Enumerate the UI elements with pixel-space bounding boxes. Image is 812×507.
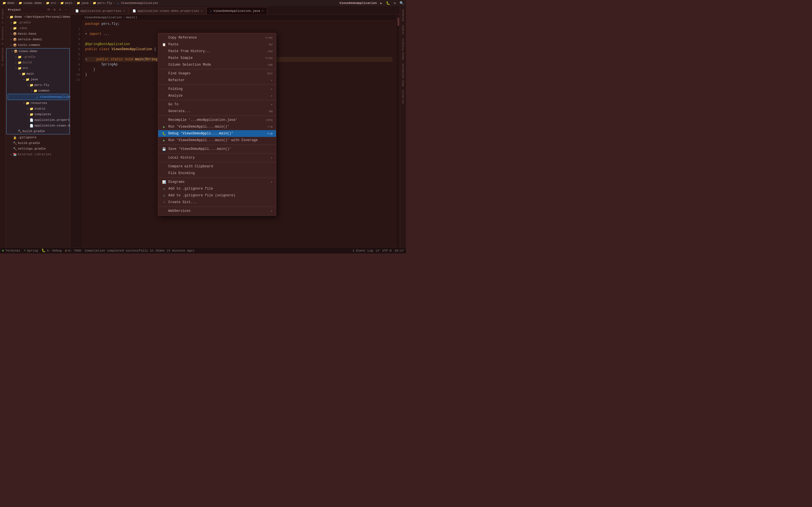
breadcrumb-pers-fly[interactable]: 📁 pers.fly xyxy=(93,1,112,5)
tab-close-1[interactable]: × xyxy=(123,9,125,13)
sidebar-tab-gradle[interactable]: Gradle xyxy=(401,23,405,36)
settings-button[interactable]: ⚙ xyxy=(393,1,397,5)
tab-views-demo-app[interactable]: ☕ ViewsDemoApplication.java × xyxy=(206,7,267,14)
menu-item-generate[interactable]: Generate... ⌘N xyxy=(158,108,276,115)
tree-item-build-gradle-views[interactable]: 🔨 build.gradle xyxy=(6,128,69,134)
run-button[interactable]: ▶ xyxy=(379,1,384,5)
tree-item-static[interactable]: 📁 static xyxy=(6,106,69,112)
gear-icon[interactable]: ≡ xyxy=(58,8,62,12)
resources-arrow xyxy=(22,101,26,105)
tree-item-gitignore[interactable]: 🔒 .gitignore xyxy=(6,135,70,140)
breadcrumb-main[interactable]: 📁 main xyxy=(60,1,72,5)
tab-prop-icon-1: 📄 xyxy=(75,9,79,13)
tree-item-resources[interactable]: 📁 resources xyxy=(6,100,69,106)
project-strip-label[interactable]: 1: Project xyxy=(1,7,5,25)
menu-item-find-usages[interactable]: Find Usages ⌥F7 xyxy=(158,70,276,77)
menu-item-save[interactable]: 💾 Save 'ViewsDemoAppli....main()' xyxy=(158,146,276,152)
config-button[interactable]: ⚙ xyxy=(52,8,57,12)
tree-item-gradle-views[interactable]: 📁 .gradle xyxy=(6,54,69,60)
menu-item-copy-reference[interactable]: Copy Reference ⌥⇧⌘C xyxy=(158,34,276,41)
tree-item-basic-base[interactable]: 📦 basic-base xyxy=(6,31,70,37)
menu-item-file-encoding[interactable]: File Encoding xyxy=(158,170,276,177)
menu-item-analyze[interactable]: Analyze ▸ xyxy=(158,93,276,99)
event-log-item[interactable]: 1 Event Log xyxy=(352,249,373,252)
tree-item-app-views-properties[interactable]: 📄 application-views-demo.properties xyxy=(6,123,69,128)
tab-close-3[interactable]: × xyxy=(262,9,264,13)
tree-item-pers-fly[interactable]: 📁 pers.fly xyxy=(6,82,69,88)
menu-item-add-gitignore-unignore[interactable]: ◇ Add to .gitignore file (unignore) xyxy=(158,192,276,199)
tree-item-common[interactable]: 📁 common xyxy=(6,88,69,94)
menu-item-run-coverage[interactable]: ▶ Run 'ViewsDemoAppli....main()' with Co… xyxy=(158,137,276,144)
status-todo[interactable]: ☑ 6: TODO xyxy=(65,248,81,252)
status-spring[interactable]: ⚡ Spring xyxy=(24,248,38,252)
menu-item-paste-simple[interactable]: Paste Simple ⌥⇧⌘V xyxy=(158,55,276,61)
tree-item-templates[interactable]: 📁 templates xyxy=(6,112,69,117)
app-prop-icon: 📄 xyxy=(30,118,34,122)
tree-item-app-properties[interactable]: 📄 application.properties xyxy=(6,117,69,123)
menu-item-debug[interactable]: 🐛 Debug 'ViewsDemoAppli....main()' ^⇧D xyxy=(158,130,276,137)
save-label: Save 'ViewsDemoAppli....main()' xyxy=(168,147,273,151)
menu-item-recompile[interactable]: Recompile '...emoApplication.java' ⇧⌘F9 xyxy=(158,117,276,123)
breadcrumb-app[interactable]: ☕ ViewsDemoApplication xyxy=(116,1,158,5)
menu-item-paste[interactable]: 📋 Paste ⌘V xyxy=(158,41,276,48)
tree-item-main[interactable]: 📁 main xyxy=(6,71,69,76)
tree-item-service-demo1[interactable]: 📦 service-demo1 xyxy=(6,37,70,42)
breadcrumb-src[interactable]: 📁 src xyxy=(46,1,56,5)
tree-item-src[interactable]: 📁 src xyxy=(6,65,69,71)
status-debug[interactable]: 🐛 5: Debug xyxy=(42,248,62,252)
encoding-item[interactable]: UTF-8 xyxy=(382,249,392,252)
breadcrumb-java[interactable]: 📁 java xyxy=(77,1,89,5)
menu-item-compare-clipboard[interactable]: Compare with Clipboard xyxy=(158,163,276,170)
tree-item-gradle-root[interactable]: 📁 .gradle xyxy=(6,20,70,25)
app-file-icon: ☕ xyxy=(116,1,120,5)
tree-item-external-libs[interactable]: 📚 External Libraries xyxy=(6,152,70,157)
idea-label: .idea xyxy=(18,26,27,30)
breadcrumb-views-demo[interactable]: 📁 views-demo xyxy=(18,1,42,5)
favorites-strip-label[interactable]: 2: Favorites xyxy=(1,47,5,67)
debug-button-title[interactable]: 🐛 xyxy=(386,1,390,5)
tree-item-tools-common[interactable]: 📦 tools-common xyxy=(6,42,70,48)
service-demo1-label: service-demo1 xyxy=(18,38,42,41)
sidebar-tab-bean[interactable]: Bean Validation xyxy=(401,62,405,88)
tools-common-arrow xyxy=(10,43,13,47)
tree-item-views-demo[interactable]: 📦 views-demo xyxy=(6,48,69,54)
menu-item-create-gist[interactable]: ○ Create Gist... xyxy=(158,199,276,206)
line-ending-item[interactable]: LF xyxy=(376,249,379,252)
menu-item-folding[interactable]: Folding ▸ xyxy=(158,86,276,93)
menu-item-run[interactable]: ▶ Run 'ViewsDemoAppli....main()' ^⇧R xyxy=(158,123,276,130)
search-button[interactable]: 🔍 xyxy=(399,1,404,5)
status-terminal[interactable]: ▶ Terminal xyxy=(2,248,20,252)
run-coverage-icon: ▶ xyxy=(161,138,167,143)
menu-item-refactor[interactable]: Refactor ▸ xyxy=(158,77,276,83)
collapse-button[interactable]: − xyxy=(63,8,68,12)
tab-app-properties[interactable]: 📄 application.properties × xyxy=(71,7,129,14)
tree-item-idea[interactable]: 📁 .idea xyxy=(6,25,70,31)
sync-button[interactable]: ⟳ xyxy=(47,8,51,12)
menu-item-diagrams[interactable]: 📊 Diagrams ▸ xyxy=(158,179,276,185)
generate-shortcut: ⌘N xyxy=(269,110,273,113)
menu-item-webservices[interactable]: WebServices ▸ xyxy=(158,208,276,214)
divider-9 xyxy=(158,207,276,207)
menu-item-local-history[interactable]: Local History ▸ xyxy=(158,154,276,161)
tab-app-views-properties[interactable]: 📄 application-views-demo.properties × xyxy=(129,7,206,14)
sidebar-tab-ant[interactable]: Ant Build xyxy=(401,89,405,106)
tree-item-views-demo-app[interactable]: ☕ ViewsDemoApplication xyxy=(8,94,68,100)
menu-item-add-gitignore[interactable]: ◇ Add to .gitignore file xyxy=(158,185,276,192)
line-num-3: 3 xyxy=(78,37,80,42)
structure-strip-label[interactable]: 2: Structure xyxy=(1,25,5,46)
tab-close-2[interactable]: × xyxy=(201,9,203,13)
tree-item-build-root[interactable]: 🔨 build.gradle xyxy=(6,140,70,146)
line-ending-label: LF xyxy=(376,249,379,252)
tree-item-java[interactable]: 📁 java xyxy=(6,76,69,82)
menu-item-column-select[interactable]: Column Selection Mode ⇧⌘8 xyxy=(158,61,276,68)
sidebar-tab-maven[interactable]: Maven Projects xyxy=(401,37,405,61)
tree-item-build[interactable]: 📁 build xyxy=(6,60,69,65)
menu-item-paste-history[interactable]: Paste from History... ⇧⌘V xyxy=(158,48,276,55)
breadcrumb-demo[interactable]: 📁 demo xyxy=(2,1,14,5)
breadcrumb-app-label: ViewsDemoApplication xyxy=(121,1,158,5)
tree-item-demo[interactable]: 📁 demo ~/WorkSpace/Personal/demo xyxy=(6,14,70,20)
tree-item-settings-gradle[interactable]: 🔨 settings.gradle xyxy=(6,146,70,152)
sidebar-tab-database[interactable]: Database xyxy=(401,7,405,23)
menu-item-goto[interactable]: Go To ▸ xyxy=(158,101,276,108)
editor-scrollbar[interactable] xyxy=(396,15,400,247)
